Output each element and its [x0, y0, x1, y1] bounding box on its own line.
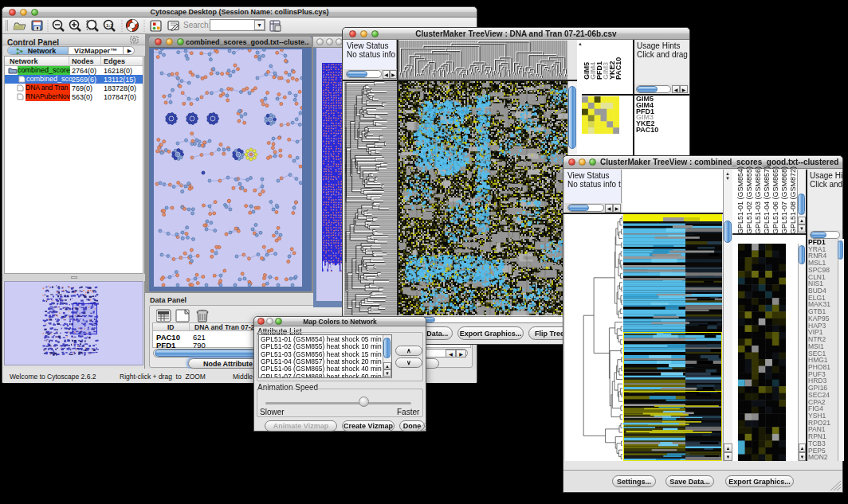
svg-text:1:1: 1:1 [106, 23, 113, 28]
